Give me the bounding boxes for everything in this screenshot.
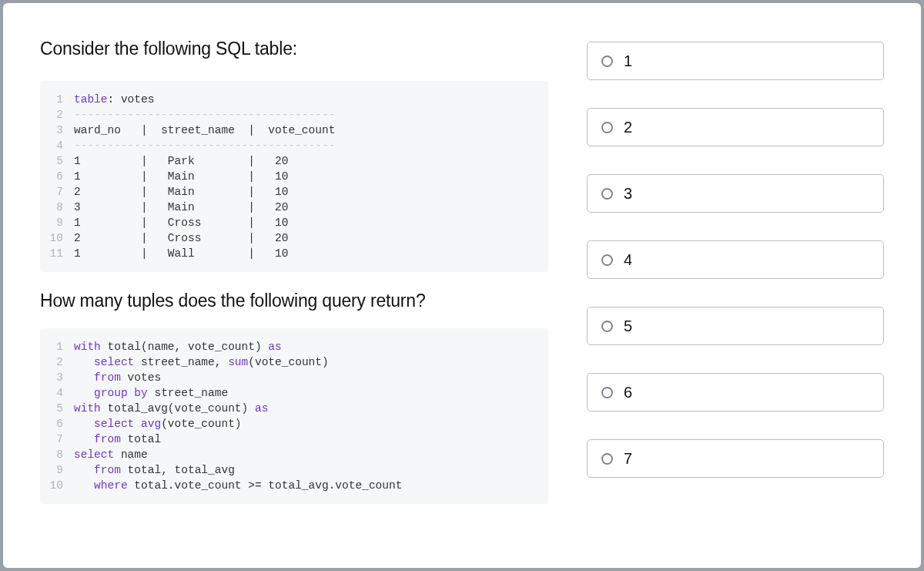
line-number: 6 — [40, 416, 74, 432]
answer-option-6[interactable]: 6 — [587, 373, 884, 411]
line-number: 3 — [40, 370, 74, 385]
code-content: 1 | Cross | 10 — [74, 215, 288, 230]
code-line: 72 | Main | 10 — [40, 184, 548, 200]
answer-option-1[interactable]: 1 — [587, 42, 884, 80]
line-number: 1 — [40, 339, 74, 354]
code-line: 7 from total — [40, 432, 548, 447]
answer-option-2[interactable]: 2 — [587, 108, 884, 146]
line-number: 10 — [40, 478, 74, 493]
answer-option-label: 2 — [624, 119, 632, 136]
question-card: Consider the following SQL table: 1table… — [3, 3, 921, 568]
code-content: where total.vote_count >= total_avg.vote… — [74, 478, 402, 493]
line-number: 2 — [40, 107, 74, 123]
answer-option-label: 5 — [624, 317, 632, 335]
line-number: 5 — [40, 401, 74, 416]
options-list: 1234567 — [587, 42, 884, 478]
code-line: 1table: votes — [40, 92, 548, 107]
prompt-text-1: Consider the following SQL table: — [40, 39, 548, 59]
code-content: select avg(vote_count) — [74, 416, 242, 432]
code-line: 1with total(name, vote_count) as — [40, 339, 548, 354]
code-content: 2 | Main | 10 — [74, 184, 288, 200]
line-number: 3 — [40, 123, 74, 138]
radio-icon — [601, 188, 613, 200]
line-number: 5 — [40, 153, 74, 169]
line-number: 4 — [40, 385, 74, 401]
code-line: 10 where total.vote_count >= total_avg.v… — [40, 478, 548, 493]
answer-option-3[interactable]: 3 — [587, 174, 884, 213]
answer-option-label: 1 — [624, 52, 632, 70]
code-line: 111 | Wall | 10 — [40, 246, 548, 261]
question-body: Consider the following SQL table: 1table… — [40, 39, 548, 537]
code-line: 61 | Main | 10 — [40, 169, 548, 184]
code-content: 2 | Cross | 20 — [74, 230, 288, 246]
code-content: select street_name, sum(vote_count) — [74, 354, 329, 370]
code-line: 3 from votes — [40, 370, 548, 385]
code-content: --------------------------------------- — [74, 107, 335, 123]
radio-icon — [601, 254, 613, 266]
code-line: 9 from total, total_avg — [40, 462, 548, 478]
code-line: 102 | Cross | 20 — [40, 230, 548, 246]
code-line: 4 group by street_name — [40, 385, 548, 401]
code-content: with total_avg(vote_count) as — [74, 401, 268, 416]
code-line: 4--------------------------------------- — [40, 138, 548, 153]
answer-option-label: 7 — [624, 450, 632, 468]
line-number: 4 — [40, 138, 74, 153]
code-content: group by street_name — [74, 385, 228, 401]
answer-option-label: 4 — [624, 251, 632, 269]
code-content: --------------------------------------- — [74, 138, 335, 153]
code-content: from total, total_avg — [74, 462, 235, 478]
code-content: ward_no | street_name | vote_count — [74, 123, 335, 138]
radio-icon — [601, 453, 613, 465]
line-number: 11 — [40, 246, 74, 261]
code-content: select name — [74, 447, 148, 462]
answer-option-7[interactable]: 7 — [587, 439, 884, 478]
code-line: 91 | Cross | 10 — [40, 215, 548, 230]
code-content: 3 | Main | 20 — [74, 200, 288, 215]
code-content: with total(name, vote_count) as — [74, 339, 282, 354]
code-content: 1 | Main | 10 — [74, 169, 288, 184]
code-line: 2--------------------------------------- — [40, 107, 548, 123]
answer-options: 1234567 — [587, 39, 884, 537]
answer-option-label: 6 — [624, 384, 632, 401]
code-line: 8select name — [40, 447, 548, 462]
sql-query-block: 1with total(name, vote_count) as2 select… — [40, 328, 548, 504]
line-number: 8 — [40, 447, 74, 462]
code-content: from votes — [74, 370, 161, 385]
code-content: 1 | Park | 20 — [74, 153, 288, 169]
code-line: 2 select street_name, sum(vote_count) — [40, 354, 548, 370]
line-number: 8 — [40, 200, 74, 215]
code-line: 5with total_avg(vote_count) as — [40, 401, 548, 416]
code-line: 83 | Main | 20 — [40, 200, 548, 215]
code-line: 51 | Park | 20 — [40, 153, 548, 169]
line-number: 2 — [40, 354, 74, 370]
answer-option-5[interactable]: 5 — [587, 307, 884, 345]
line-number: 9 — [40, 215, 74, 230]
line-number: 7 — [40, 432, 74, 447]
code-content: table: votes — [74, 92, 154, 107]
line-number: 6 — [40, 169, 74, 184]
radio-icon — [601, 321, 613, 332]
radio-icon — [601, 387, 613, 398]
radio-icon — [601, 122, 613, 133]
sql-table-block: 1table: votes2--------------------------… — [40, 81, 548, 272]
code-content: 1 | Wall | 10 — [74, 246, 288, 261]
code-line: 3ward_no | street_name | vote_count — [40, 123, 548, 138]
prompt-text-2: How many tuples does the following query… — [40, 291, 548, 311]
answer-option-label: 3 — [624, 185, 632, 203]
code-line: 6 select avg(vote_count) — [40, 416, 548, 432]
line-number: 1 — [40, 92, 74, 107]
answer-option-4[interactable]: 4 — [587, 240, 884, 279]
line-number: 9 — [40, 462, 74, 478]
line-number: 10 — [40, 230, 74, 246]
code-content: from total — [74, 432, 161, 447]
line-number: 7 — [40, 184, 74, 200]
radio-icon — [601, 55, 613, 67]
